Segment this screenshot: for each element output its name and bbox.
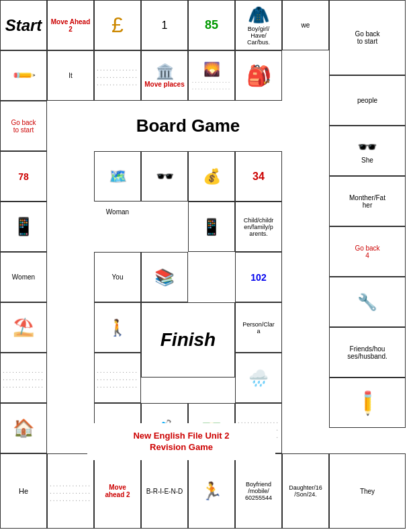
- cell-coin: 💰: [188, 151, 235, 202]
- boygirl-label: Boy/girl/Have/Car/bus.: [247, 26, 270, 46]
- cell-dots-1: .......................................: [94, 50, 141, 101]
- person-figure-icon: 🚶: [107, 318, 128, 337]
- subtitle-line1: New English File Unit 2: [133, 431, 229, 442]
- cell-we: we: [282, 0, 329, 50]
- woman-icon: 🗺️: [109, 168, 127, 185]
- start-cell: Start: [0, 0, 47, 50]
- cell-move-ahead-2-bottom: Moveahead 2: [94, 453, 141, 529]
- cell-friends-husband: Friends/houses/husband.: [329, 327, 406, 378]
- move-places-label: Move places: [144, 81, 184, 88]
- sunglasses-icon: 🕶️: [357, 138, 377, 157]
- start-label: Start: [5, 16, 42, 35]
- pencil-icon: ✏️: [11, 63, 36, 88]
- cell-people: people: [329, 75, 406, 126]
- cell-78: 78: [0, 151, 47, 202]
- friends-husband-label: Friends/houses/husband.: [347, 345, 387, 360]
- cell-glasses: 🕶️: [141, 151, 188, 202]
- cell-woman-label: Woman: [94, 202, 141, 222]
- cell-it: It: [47, 50, 94, 101]
- cell-person-clara: Person/Clara: [235, 302, 282, 353]
- mother-father-label: Monther/Father: [349, 194, 385, 209]
- dots-landscape: ..........................: [192, 77, 232, 91]
- glasses-icon: 🕶️: [156, 168, 174, 185]
- cell-he: He: [0, 453, 47, 529]
- cell-go-back-start-left: Go backto start: [0, 101, 47, 151]
- cell-rain: 🌧️: [235, 353, 282, 403]
- go-back-4-label: Go back4: [355, 245, 379, 259]
- daughter-son-label: Daughter/16/Son/24.: [289, 484, 322, 498]
- cell-pencil-right: ✏️: [329, 378, 406, 428]
- board-wrapper: Start Move Ahead 2 £ 1 85 🧥 Boy/girl/Hav…: [0, 0, 406, 527]
- cell-go-back-start-top: Go backto start: [329, 0, 406, 75]
- device-icon: 📱: [13, 216, 34, 237]
- tools-icon: 🔧: [357, 293, 377, 312]
- cell-house: 🏠: [0, 403, 47, 453]
- book-icon: 📚: [154, 268, 175, 287]
- board-title: Board Game: [136, 116, 240, 136]
- pound-icon: £: [111, 13, 124, 38]
- person-clara-label: Person/Clara: [242, 321, 275, 335]
- num-85: 85: [205, 18, 218, 32]
- cell-sport: 🏃: [188, 453, 235, 529]
- briend-label: B-R-I-E-N-D: [146, 488, 183, 495]
- num-34: 34: [253, 171, 265, 183]
- women-label: Women: [12, 273, 35, 281]
- cell-move-ahead-2: Move Ahead 2: [47, 0, 94, 50]
- house-icon: 🏠: [13, 418, 34, 439]
- cell-tools: 🔧: [329, 277, 406, 327]
- it-label: It: [68, 72, 73, 79]
- cell-they: They: [329, 453, 406, 529]
- cell-dots-left: .......................................: [0, 353, 47, 403]
- cell-move-places: 🏛️ Move places: [141, 50, 188, 101]
- cell-book: 📚: [141, 252, 188, 302]
- cell-she: 🕶️ She: [329, 126, 406, 176]
- cell-briend: B-R-I-E-N-D: [141, 453, 188, 529]
- we-label: we: [302, 21, 310, 29]
- finish-label: Finish: [161, 329, 216, 351]
- cell-mobile: 📱: [188, 202, 235, 252]
- cell-child: Child/children/family/parents.: [235, 202, 282, 252]
- person-icon: 🧥: [248, 5, 269, 26]
- mobile-icon: 📱: [201, 218, 222, 236]
- boyfriend-label: Boyfriend/mobile/60255544: [245, 481, 272, 501]
- cell-daughter-son: Daughter/16/Son/24.: [282, 453, 329, 529]
- move-ahead-text: Move Ahead 2: [49, 18, 92, 33]
- backpack-icon: 🎒: [246, 64, 271, 87]
- cell-boygirl: 🧥 Boy/girl/Have/Car/bus.: [235, 0, 282, 50]
- num-102: 102: [250, 272, 266, 283]
- cell-women: Women: [0, 252, 47, 302]
- subtitle-text: New English File Unit 2 Revision Game: [133, 431, 229, 453]
- cell-umbrella: ⛱️: [0, 302, 47, 353]
- cell-backpack: 🎒: [235, 50, 282, 101]
- go-back-start-label: Go backto start: [355, 30, 379, 45]
- cell-mother-father: Monther/Father: [329, 176, 406, 226]
- sport-icon: 🏃: [201, 481, 222, 502]
- cell-85: 85: [188, 0, 235, 50]
- finish-cell: Finish: [141, 302, 235, 378]
- cell-bottom-dots: .......................................: [47, 453, 94, 529]
- cell-you: You: [94, 252, 141, 302]
- num-1: 1: [162, 19, 168, 32]
- you-label: You: [112, 273, 124, 281]
- rain-icon: 🌧️: [248, 369, 269, 388]
- subtitle-area: New English File Unit 2 Revision Game: [87, 423, 275, 460]
- child-label: Child/children/family/parents.: [244, 217, 274, 237]
- he-label: He: [19, 487, 28, 495]
- cell-go-back-4: Go back4: [329, 226, 406, 277]
- cell-person-figure: 🚶: [94, 302, 141, 353]
- dots-1: .......................................: [97, 64, 138, 87]
- inner-dots: .......................................: [97, 367, 138, 389]
- building-icon: 🏛️: [156, 63, 174, 81]
- cell-boyfriend: Boyfriend/mobile/60255544: [235, 453, 282, 529]
- coin-icon: 💰: [203, 168, 221, 185]
- cell-34: 34: [235, 151, 282, 202]
- people-label: people: [357, 97, 377, 104]
- cell-inner-dots: .......................................: [94, 353, 141, 403]
- move-ahead-2-bottom-label: Moveahead 2: [105, 484, 130, 498]
- go-back-start-left-label: Go backto start: [11, 119, 36, 134]
- she-label: She: [361, 157, 373, 164]
- pencil-right-icon: ✏️: [353, 388, 383, 418]
- woman-label: Woman: [106, 208, 129, 216]
- board-title-area: Board Game: [47, 101, 329, 151]
- dots-left: .......................................: [3, 367, 44, 389]
